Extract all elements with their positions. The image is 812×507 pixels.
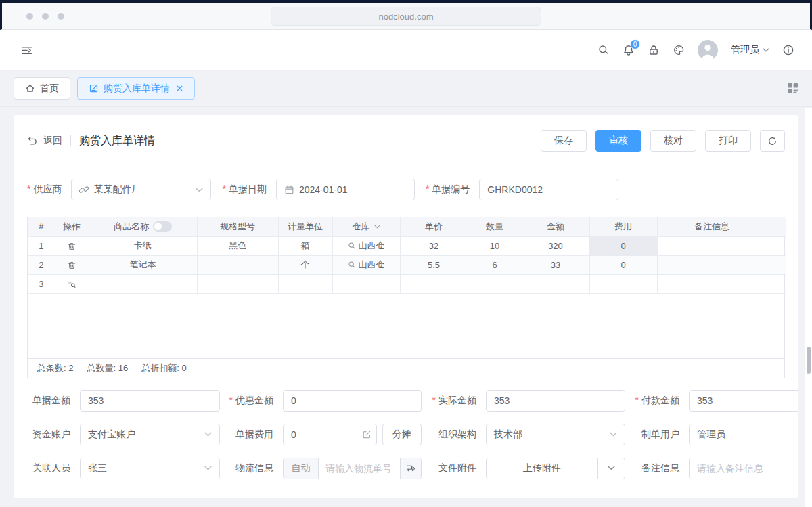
save-button[interactable]: 保存	[541, 130, 587, 152]
cell-warehouse[interactable]: 山西仓	[332, 255, 400, 274]
cell-spec[interactable]: 黑色	[197, 236, 278, 255]
home-icon	[25, 83, 35, 93]
related-person-label: 关联人员	[32, 462, 70, 475]
search-icon[interactable]	[597, 44, 610, 56]
actual-amount-label: 实际金额	[432, 395, 476, 407]
attachment-label: 文件附件	[438, 462, 476, 475]
scrollbar-thumb[interactable]	[807, 347, 811, 374]
app-window: nodcloud.com 0	[0, 0, 812, 507]
supplier-select[interactable]: 某某配件厂	[71, 179, 211, 200]
cell-price[interactable]: 32	[400, 236, 468, 255]
tab-home-label: 首页	[40, 83, 59, 95]
trash-icon[interactable]	[67, 242, 76, 251]
logistics-mode[interactable]: 自动	[284, 458, 319, 479]
main-content: 返回 购货入库单详情 保存 审核 核对 打印	[0, 107, 812, 498]
tab-home[interactable]: 首页	[14, 77, 70, 100]
creator-input[interactable]	[689, 424, 798, 445]
organization-value: 技术部	[494, 428, 610, 441]
avatar[interactable]	[698, 40, 718, 60]
row-op	[55, 274, 89, 293]
verify-button[interactable]: 核对	[650, 130, 696, 152]
cell-price[interactable]	[400, 274, 468, 293]
attachment-dropdown[interactable]	[597, 458, 625, 479]
audit-button[interactable]: 审核	[595, 130, 641, 152]
back-group: 返回 购货入库单详情	[27, 134, 155, 148]
cell-name[interactable]: 卡纸	[89, 236, 197, 255]
cell-note[interactable]	[657, 236, 767, 255]
table-header-row: # 操作 商品名称 规格型号 计量单位	[28, 217, 786, 236]
header-actions: 0	[597, 40, 794, 60]
cell-spec[interactable]	[197, 255, 278, 274]
print-button[interactable]: 打印	[705, 130, 751, 152]
detail-card: 返回 购货入库单详情 保存 审核 核对 打印	[14, 115, 798, 498]
undo-icon[interactable]	[27, 135, 38, 146]
chevron-down-icon	[763, 48, 769, 52]
browser-bar: nodcloud.com	[0, 3, 812, 30]
share-fee-button[interactable]: 分摊	[382, 424, 422, 445]
remark-input[interactable]	[689, 458, 798, 479]
cell-fee[interactable]: 0	[589, 236, 657, 255]
user-menu[interactable]: 管理员	[731, 44, 769, 56]
back-button[interactable]: 返回	[43, 135, 62, 147]
related-person-select[interactable]: 张三	[80, 458, 220, 479]
info-icon[interactable]	[782, 44, 794, 56]
cell-fee[interactable]	[589, 274, 657, 293]
page-title: 购货入库单详情	[79, 134, 155, 148]
cell-qty[interactable]: 10	[468, 236, 522, 255]
truck-icon[interactable]	[400, 458, 421, 479]
organization-select[interactable]: 技术部	[486, 424, 625, 445]
cell-fee[interactable]: 0	[589, 255, 657, 274]
cell-extra	[767, 236, 786, 255]
cell-note[interactable]	[657, 255, 767, 274]
cell-amount[interactable]	[522, 274, 589, 293]
cell-warehouse[interactable]	[332, 274, 400, 293]
search-list-icon[interactable]	[67, 280, 76, 289]
cell-unit[interactable]: 箱	[278, 236, 332, 255]
menu-fold-icon[interactable]	[20, 44, 33, 57]
fund-account-select[interactable]: 支付宝账户	[80, 424, 220, 445]
logistics-input[interactable]	[319, 458, 400, 479]
logistics-label: 物流信息	[235, 462, 273, 475]
cell-name[interactable]: 笔记本	[89, 255, 197, 274]
tab-purchase-inbound-detail[interactable]: 购货入库单详情	[77, 77, 195, 100]
lock-icon[interactable]	[648, 44, 660, 56]
col-warehouse[interactable]: 仓库	[332, 217, 400, 236]
name-toggle[interactable]	[153, 221, 172, 232]
cell-amount[interactable]: 33	[522, 255, 589, 274]
trash-icon[interactable]	[67, 261, 76, 270]
actual-amount-input[interactable]	[486, 390, 625, 412]
edit-icon[interactable]	[362, 430, 371, 439]
col-amount: 金额	[522, 217, 589, 236]
cell-unit[interactable]: 个	[278, 255, 332, 274]
table-row: 1 卡纸 黑色 箱	[28, 236, 786, 255]
upload-attachment-button[interactable]: 上传附件	[487, 458, 597, 479]
cell-note[interactable]	[657, 274, 767, 293]
discount-amount-input[interactable]	[283, 390, 422, 412]
bell-icon[interactable]: 0	[623, 44, 635, 56]
cell-qty[interactable]: 6	[468, 255, 522, 274]
address-bar[interactable]: nodcloud.com	[271, 7, 541, 26]
payment-amount-input[interactable]	[689, 390, 798, 412]
cell-unit[interactable]	[278, 274, 332, 293]
col-index: #	[28, 217, 55, 236]
cell-warehouse[interactable]: 山西仓	[332, 236, 400, 255]
scrollbar-track[interactable]	[805, 108, 812, 507]
window-controls	[26, 13, 64, 20]
grid-icon[interactable]	[787, 83, 798, 94]
cell-price[interactable]: 5.5	[400, 255, 468, 274]
link-icon	[79, 185, 89, 194]
number-input[interactable]	[479, 179, 618, 200]
number-label: 单据编号	[426, 183, 470, 196]
cell-name[interactable]	[89, 274, 197, 293]
date-input[interactable]: 2024-01-01	[276, 179, 415, 200]
refresh-button[interactable]	[760, 130, 785, 152]
toolbar-buttons: 保存 审核 核对 打印	[541, 130, 785, 152]
palette-icon[interactable]	[673, 44, 685, 56]
close-icon[interactable]	[176, 85, 183, 92]
doc-amount-input[interactable]	[80, 390, 220, 412]
cell-amount[interactable]: 320	[522, 236, 589, 255]
cell-qty[interactable]	[468, 274, 522, 293]
url-text: nodcloud.com	[379, 12, 434, 22]
cell-spec[interactable]	[197, 274, 278, 293]
supplier-label: 供应商	[27, 183, 62, 196]
